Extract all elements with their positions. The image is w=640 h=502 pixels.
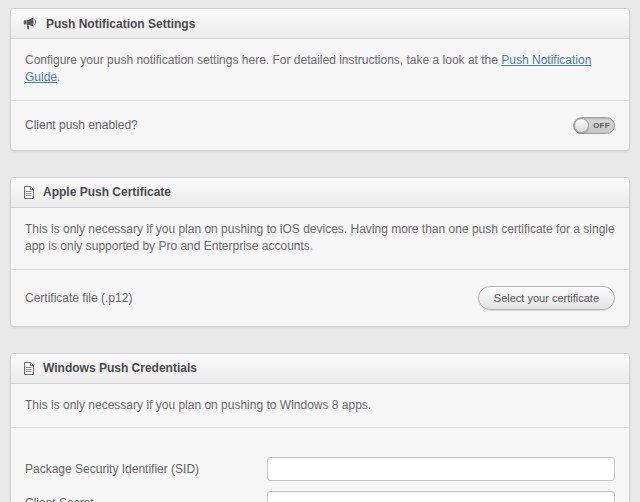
client-push-row: Client push enabled? OFF xyxy=(11,101,629,150)
push-settings-header: Push Notification Settings xyxy=(11,9,629,39)
certificate-file-row: Certificate file (.p12) Select your cert… xyxy=(11,270,629,326)
windows-credentials-fields: Package Security Identifier (SID) Client… xyxy=(11,428,629,502)
windows-credentials-header: Windows Push Credentials xyxy=(11,354,629,384)
client-push-toggle[interactable]: OFF xyxy=(573,117,615,134)
apple-certificate-description: This is only necessary if you plan on pu… xyxy=(11,208,629,270)
panel-title: Apple Push Certificate xyxy=(43,185,171,199)
toggle-state-label: OFF xyxy=(589,121,614,130)
client-push-label: Client push enabled? xyxy=(25,118,138,132)
certificate-icon xyxy=(23,186,35,199)
apple-certificate-header: Apple Push Certificate xyxy=(11,178,629,208)
megaphone-icon xyxy=(23,17,38,30)
sid-row: Package Security Identifier (SID) xyxy=(11,452,629,486)
sid-input[interactable] xyxy=(267,457,615,481)
select-certificate-button[interactable]: Select your certificate xyxy=(478,286,615,310)
panel-push-notification-settings: Push Notification Settings Configure you… xyxy=(10,8,630,151)
panel-windows-push-credentials: Windows Push Credentials This is only ne… xyxy=(10,353,630,502)
sid-label: Package Security Identifier (SID) xyxy=(25,462,199,476)
windows-credentials-description: This is only necessary if you plan on pu… xyxy=(11,384,629,428)
document-icon xyxy=(23,362,35,375)
client-secret-label: Client Secret xyxy=(25,496,94,502)
description-text-after: . xyxy=(57,70,60,84)
client-secret-row: Client Secret xyxy=(11,486,629,502)
description-text-before: Configure your push notification setting… xyxy=(25,53,501,67)
panel-apple-push-certificate: Apple Push Certificate This is only nece… xyxy=(10,177,630,327)
toggle-knob-icon xyxy=(574,118,589,133)
panel-title: Windows Push Credentials xyxy=(43,361,197,375)
push-settings-description: Configure your push notification setting… xyxy=(11,39,629,101)
certificate-file-label: Certificate file (.p12) xyxy=(25,291,132,305)
panel-title: Push Notification Settings xyxy=(46,17,195,31)
client-secret-input[interactable] xyxy=(267,491,615,502)
push-settings-page: Push Notification Settings Configure you… xyxy=(0,0,640,502)
